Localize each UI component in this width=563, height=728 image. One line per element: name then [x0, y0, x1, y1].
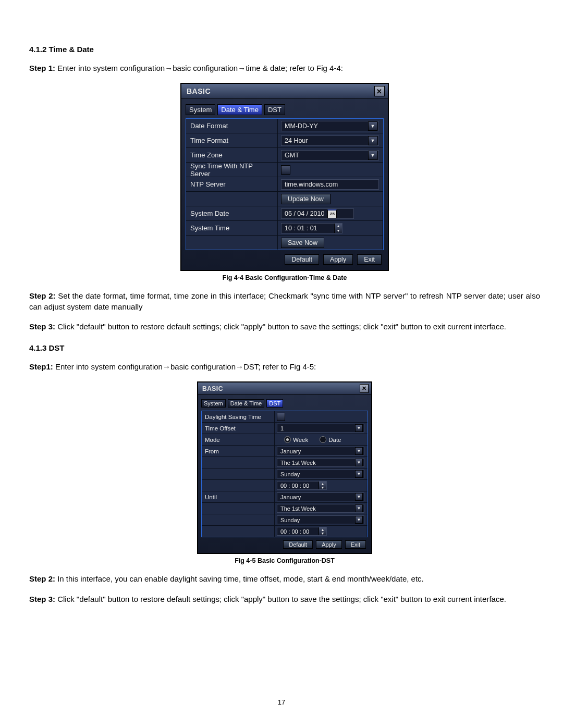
step2-label: Step 2: [29, 574, 55, 583]
sync-ntp-checkbox[interactable] [281, 165, 290, 175]
chevron-down-icon: ▼ [355, 424, 363, 432]
arrow-icon: → [236, 362, 243, 371]
dst-enable-checkbox[interactable] [277, 413, 285, 421]
chevron-down-icon: ▼ [355, 504, 363, 512]
system-time-label: System Time [186, 221, 278, 235]
time-format-dropdown[interactable]: 24 Hour▼ [281, 135, 379, 146]
arrow-icon: → [163, 362, 170, 371]
until-month-dropdown[interactable]: January▼ [277, 492, 364, 501]
until-day-dropdown[interactable]: Sunday▼ [277, 515, 364, 524]
step3-paragraph: Step 3: Click "default" button to restor… [29, 594, 540, 604]
empty-cell [202, 526, 275, 537]
update-now-button[interactable]: Update Now [281, 194, 331, 204]
step2-text: In this interface, you can enable daylig… [55, 574, 424, 583]
basic-config-panel-timedate: BASIC ✕ System Date & Time DST Date Form… [180, 83, 389, 271]
tab-dst[interactable]: DST [264, 104, 285, 115]
arrow-icon: → [238, 64, 246, 72]
step3-label: Step 3: [29, 322, 55, 331]
dropdown-value: Sunday [280, 471, 300, 477]
tab-date-time[interactable]: Date & Time [228, 399, 265, 408]
empty-cell [186, 192, 278, 206]
step3-text: Click "default" button to restore defaul… [55, 595, 506, 603]
panel-titlebar: BASIC ✕ [198, 382, 371, 395]
tab-bar: System Date & Time DST [201, 399, 368, 408]
step1-text-b: basic configuration [173, 64, 238, 72]
exit-button[interactable]: Exit [345, 540, 366, 549]
empty-cell [202, 480, 275, 491]
system-date-input[interactable]: 05 / 04 / 201025 [281, 208, 354, 219]
apply-button[interactable]: Apply [316, 540, 342, 549]
page-number: 17 [0, 698, 563, 706]
chevron-down-icon: ▼ [355, 447, 363, 455]
empty-cell [202, 457, 275, 468]
empty-cell [186, 236, 278, 250]
time-zone-dropdown[interactable]: GMT▼ [281, 150, 379, 161]
step1-text-a: Enter into system configuration [55, 64, 165, 72]
tab-dst[interactable]: DST [266, 399, 283, 408]
ntp-server-label: NTP Server [186, 177, 278, 191]
step1-text-c: DST; refer to Fig 4-5: [243, 362, 316, 371]
exit-button[interactable]: Exit [357, 254, 382, 265]
save-now-button[interactable]: Save Now [281, 238, 324, 248]
dst-enable-label: Daylight Saving Time [202, 411, 275, 422]
chevron-down-icon: ▼ [355, 493, 363, 501]
dropdown-value: Sunday [280, 517, 300, 523]
from-month-dropdown[interactable]: January▼ [277, 447, 364, 455]
until-week-dropdown[interactable]: The 1st Week▼ [277, 504, 364, 513]
settings-grid: Daylight Saving Time Time Offset 1▼ Mode… [201, 411, 368, 537]
from-label: From [202, 446, 275, 456]
section-heading: 4.1.3 DST [29, 343, 540, 352]
system-date-label: System Date [186, 206, 278, 220]
date-format-dropdown[interactable]: MM-DD-YY▼ [281, 121, 379, 131]
dropdown-value: January [280, 448, 301, 454]
tab-date-time[interactable]: Date & Time [217, 104, 262, 115]
chevron-up-icon: ▲ [319, 527, 326, 532]
close-button[interactable]: ✕ [374, 86, 385, 96]
close-icon: ✕ [362, 385, 367, 392]
time-format-label: Time Format [186, 133, 278, 147]
step1-paragraph: Step1: Enter into system configuration→b… [29, 362, 540, 372]
step2-paragraph: Step 2: Set the date format, time format… [29, 291, 540, 312]
tab-system[interactable]: System [201, 399, 226, 408]
arrow-icon: → [165, 64, 173, 72]
until-time-input[interactable]: 00 : 00 : 00▲▼ [277, 527, 327, 536]
chevron-down-icon: ▼ [368, 151, 377, 160]
step1-text-a: Enter into system configuration [53, 362, 163, 371]
time-stepper[interactable]: ▲▼ [334, 224, 342, 233]
step1-label: Step 1: [29, 64, 55, 72]
close-icon: ✕ [376, 88, 383, 95]
mode-week-radio[interactable]: Week [284, 436, 308, 443]
close-button[interactable]: ✕ [360, 384, 369, 393]
calendar-icon[interactable]: 25 [327, 209, 337, 218]
time-stepper[interactable]: ▲▼ [319, 527, 326, 535]
step3-label: Step 3: [29, 595, 55, 603]
chevron-down-icon: ▼ [319, 532, 326, 536]
mode-date-radio[interactable]: Date [320, 436, 341, 443]
system-date-value: 05 / 04 / 2010 [285, 210, 324, 217]
figure-caption: Fig 4-4 Basic Configuration-Time & Date [29, 274, 540, 281]
system-time-input[interactable]: 10 : 01 : 01▲▼ [281, 223, 342, 233]
chevron-down-icon: ▼ [368, 136, 377, 145]
default-button[interactable]: Default [283, 540, 313, 549]
from-time-input[interactable]: 00 : 00 : 00▲▼ [277, 481, 327, 490]
chevron-down-icon: ▼ [368, 121, 377, 131]
step1-text-c: time & date; refer to Fig 4-4: [246, 64, 343, 72]
radio-icon [320, 436, 326, 443]
step2-text: Set the date format, time format, time z… [29, 291, 540, 311]
radio-icon [284, 436, 291, 443]
until-time-value: 00 : 00 : 00 [280, 528, 319, 535]
from-day-dropdown[interactable]: Sunday▼ [277, 470, 364, 478]
time-offset-dropdown[interactable]: 1▼ [277, 424, 364, 433]
time-stepper[interactable]: ▲▼ [319, 482, 326, 489]
apply-button[interactable]: Apply [323, 254, 353, 265]
default-button[interactable]: Default [285, 254, 319, 265]
from-week-dropdown[interactable]: The 1st Week▼ [277, 458, 364, 467]
step3-paragraph: Step 3: Click "default" button to restor… [29, 322, 540, 332]
ntp-server-input[interactable]: time.windows.com [281, 179, 379, 190]
until-label: Until [202, 491, 275, 502]
panel-title: BASIC [187, 87, 211, 95]
tab-system[interactable]: System [186, 104, 215, 115]
mode-label: Mode [202, 434, 275, 445]
dropdown-value: The 1st Week [280, 505, 316, 512]
radio-label: Week [293, 437, 308, 443]
